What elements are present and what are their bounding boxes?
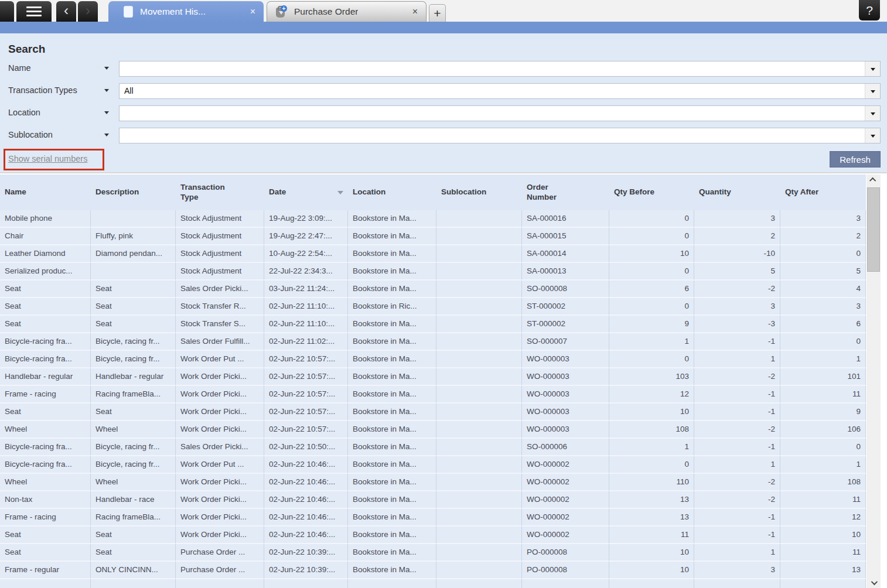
menu-button[interactable] (16, 1, 52, 22)
cell-description: Racing frameBla... (91, 509, 176, 527)
cell-date: 02-Jun-22 10:57:... (264, 386, 348, 404)
vertical-scrollbar[interactable] (866, 175, 881, 588)
cell-order-number: PO-000008 (522, 544, 609, 562)
table-row[interactable]: Non-taxHandlebar - raceWork Order Picki.… (0, 491, 866, 509)
column-header-name[interactable]: Name (0, 175, 91, 210)
table-row[interactable]: ChairFluffy, pinkStock Adjustment19-Aug-… (0, 228, 866, 245)
column-header-date[interactable]: Date (264, 175, 348, 210)
cell-transaction-type: Work Order Picki... (176, 474, 264, 491)
scroll-up-button[interactable] (866, 175, 881, 185)
table-row[interactable]: SeatSeatStock Transfer S...02-Jun-22 11:… (0, 316, 866, 333)
table-row[interactable]: Frame - regularONLY CINCINN...Purchase O… (0, 562, 866, 579)
cell-transaction-type: Purchase Order ... (176, 562, 264, 579)
field-selector-sublocation[interactable]: Sublocation (8, 128, 117, 143)
cell-qty-after: 11 (780, 544, 866, 562)
table-row[interactable]: SeatSeatPurchase Order ...02-Jun-22 10:3… (0, 544, 866, 562)
show-serial-numbers-link[interactable]: Show serial numbers (8, 154, 87, 163)
cell-description: Bicycle, racing fr... (91, 333, 176, 351)
close-icon[interactable]: × (250, 6, 255, 17)
dropdown-button[interactable] (865, 84, 880, 98)
cell-qty-after: 106 (780, 421, 866, 439)
cell-location: Bookstore in Ma... (348, 509, 436, 527)
column-header-location[interactable]: Location (348, 175, 436, 210)
field-selector-transaction-types[interactable]: Transaction Types (8, 83, 117, 99)
column-header-qty-after[interactable]: Qty After (780, 175, 866, 210)
cell-order-number: WO-000002 (522, 474, 609, 491)
dropdown-button[interactable] (865, 106, 880, 121)
column-header-order-number[interactable]: Order Number (522, 175, 609, 210)
help-button[interactable]: ? (859, 0, 880, 20)
field-selector-location[interactable]: Location (8, 105, 117, 121)
table-row[interactable]: Bicycle-racing fra...Bicycle, racing fr.… (0, 333, 866, 351)
table-row[interactable]: Mobile phoneStock Adjustment19-Aug-22 3:… (0, 210, 866, 228)
tab-purchase-order[interactable]: + Purchase Order × (267, 1, 427, 22)
tab-movement-history[interactable]: Movement His... × (108, 1, 264, 22)
cell-quantity: -2 (694, 421, 780, 439)
new-tab-button[interactable]: + (429, 4, 446, 22)
cell-date: 02-Jun-22 10:39:... (264, 562, 348, 579)
column-header-qty-before[interactable]: Qty Before (609, 175, 694, 210)
table-row[interactable]: SeatSeatWork Order Picki...02-Jun-22 10:… (0, 527, 866, 544)
transaction-types-input[interactable]: All (119, 83, 881, 99)
cell-name: Frame - racing (0, 509, 91, 527)
dropdown-button[interactable] (865, 61, 880, 76)
hamburger-icon (26, 4, 42, 19)
table-row[interactable]: Leather DiamondDiamond pendan...Stock Ad… (0, 245, 866, 263)
cell-name: Frame - regular (0, 562, 91, 579)
cell-date: 19-Aug-22 3:09:... (264, 210, 348, 228)
tab-label: Movement His... (140, 6, 206, 17)
back-button[interactable]: ‹ (56, 1, 76, 22)
cell-name: Seat (0, 316, 91, 333)
cell-qty-after: 0 (780, 439, 866, 456)
table-row[interactable]: SeatSeatStock Transfer R...02-Jun-22 11:… (0, 298, 866, 316)
column-header-sublocation[interactable]: Sublocation (436, 175, 522, 210)
table-row[interactable]: Bicycle-racing fra...Bicycle, racing fr.… (0, 456, 866, 474)
field-selector-name[interactable]: Name (8, 61, 117, 77)
close-icon[interactable]: × (412, 6, 418, 17)
table-row[interactable]: Bicycle-racing fra...Bicycle, racing fr.… (0, 351, 866, 368)
cell-description: Bicycle, racing fr... (91, 351, 176, 368)
cell-sublocation (436, 404, 522, 421)
table-row[interactable]: WheelWheelWork Order Picki...02-Jun-22 1… (0, 474, 866, 491)
cell-description (91, 263, 176, 281)
table-row-partial[interactable] (0, 579, 866, 588)
sublocation-input[interactable] (119, 128, 881, 143)
cell-date: 03-Jun-22 11:24:... (264, 281, 348, 298)
cell-sublocation (436, 316, 522, 333)
search-field-location: Location (0, 105, 887, 121)
tab-label: Purchase Order (294, 6, 358, 17)
dropdown-button[interactable] (865, 128, 880, 143)
table-row[interactable]: SeatSeatSales Order Picki...03-Jun-22 11… (0, 281, 866, 298)
cell-qty-before: 110 (609, 474, 694, 491)
cell-name: Seat (0, 281, 91, 298)
cell-location: Bookstore in Ma... (348, 456, 436, 474)
cell-name: Chair (0, 228, 91, 245)
cell-date: 02-Jun-22 11:10:... (264, 298, 348, 316)
cell-qty-before: 6 (609, 281, 694, 298)
refresh-button[interactable]: Refresh (830, 151, 881, 167)
table-row[interactable]: Handlebar - regularHandlebar - regularWo… (0, 368, 866, 386)
cell-name: Frame - racing (0, 386, 91, 404)
cell-location: Bookstore in Ma... (348, 316, 436, 333)
table-row[interactable]: Frame - racingRacing frameBla...Work Ord… (0, 509, 866, 527)
table-row[interactable]: Bicycle-racing fra...Bicycle, racing fr.… (0, 439, 866, 456)
cell-sublocation (436, 281, 522, 298)
scrollbar-thumb[interactable] (867, 187, 880, 272)
table-row[interactable]: Serialized produc...Stock Adjustment22-J… (0, 263, 866, 281)
column-header-transaction-type[interactable]: Transaction Type (176, 175, 264, 210)
name-input[interactable] (119, 61, 881, 77)
cell-quantity: -2 (694, 491, 780, 509)
table-row[interactable]: Frame - racingRacing frameBla...Work Ord… (0, 386, 866, 404)
location-input[interactable] (119, 105, 881, 121)
cell-date: 10-Aug-22 2:54:... (264, 245, 348, 263)
table-row[interactable]: WheelWheelWork Order Picki...02-Jun-22 1… (0, 421, 866, 439)
scroll-down-button[interactable] (866, 577, 881, 588)
table-row[interactable]: SeatSeatWork Order Picki...02-Jun-22 10:… (0, 404, 866, 421)
cell-quantity: -1 (694, 386, 780, 404)
cell-quantity: 2 (694, 228, 780, 245)
column-header-description[interactable]: Description (91, 175, 176, 210)
chevron-down-icon (104, 67, 109, 72)
column-header-quantity[interactable]: Quantity (694, 175, 780, 210)
forward-button[interactable]: › (78, 1, 98, 22)
help-icon: ? (866, 4, 873, 18)
